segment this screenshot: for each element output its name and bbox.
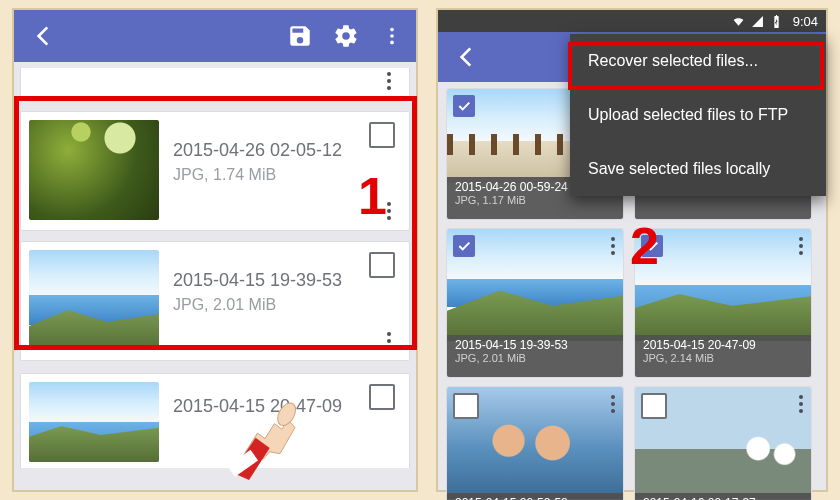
file-title: 2015-04-16 00-17-37: [643, 496, 803, 500]
more-icon[interactable]: [611, 395, 615, 413]
annotation-highlight-1: [14, 96, 417, 350]
battery-icon: [770, 15, 783, 28]
checkbox-checked[interactable]: [453, 95, 475, 117]
signal-icon: [751, 15, 764, 28]
menu-save-local[interactable]: Save selected files locally: [570, 142, 826, 196]
clock: 9:04: [793, 14, 818, 29]
more-icon[interactable]: [611, 237, 615, 255]
file-sub: JPG, 2.14 MiB: [643, 352, 803, 365]
status-bar: 9:04: [438, 10, 826, 32]
grid-item[interactable]: 2015-04-15 19-39-53JPG, 2.01 MiB: [446, 228, 624, 378]
file-title: 2015-04-15 19-39-53: [455, 338, 615, 352]
svg-point-3: [274, 400, 299, 429]
checkbox[interactable]: [641, 393, 667, 419]
more-icon[interactable]: [799, 395, 803, 413]
step-number-2: 2: [630, 216, 659, 276]
file-title: 2015-04-15 20-47-09: [643, 338, 803, 352]
file-sub: JPG, 1.17 MiB: [455, 194, 615, 207]
file-title: 2015-04-15 20-52-58: [455, 496, 615, 500]
app-bar: [14, 10, 416, 62]
list-item[interactable]: 2015-04-15 20-47-09: [20, 373, 410, 468]
wifi-icon: [732, 15, 745, 28]
svg-point-2: [390, 41, 394, 45]
annotation-highlight-2: [568, 42, 824, 90]
grid-item[interactable]: 2015-04-15 20-52-58JPG, 1.27 MiB: [446, 386, 624, 500]
overflow-icon[interactable]: [378, 22, 406, 50]
grid-item[interactable]: 2015-04-15 20-47-09JPG, 2.14 MiB: [634, 228, 812, 378]
svg-point-1: [390, 34, 394, 38]
checkbox-checked[interactable]: [453, 235, 475, 257]
gear-icon[interactable]: [332, 22, 360, 50]
back-icon[interactable]: [454, 44, 480, 70]
menu-upload-ftp[interactable]: Upload selected files to FTP: [570, 88, 826, 142]
checkbox[interactable]: [453, 393, 479, 419]
back-icon[interactable]: [30, 22, 58, 50]
grid-item[interactable]: 2015-04-16 00-17-37JPG, 1.99 MiB: [634, 386, 812, 500]
checkbox[interactable]: [369, 384, 395, 410]
save-icon[interactable]: [286, 22, 314, 50]
step-number-1: 1: [358, 166, 387, 226]
file-sub: JPG, 2.01 MiB: [455, 352, 615, 365]
more-icon[interactable]: [387, 72, 391, 90]
more-icon[interactable]: [799, 237, 803, 255]
thumbnail: [29, 382, 159, 462]
svg-point-0: [390, 28, 394, 32]
pointer-hand-icon: [218, 386, 312, 480]
